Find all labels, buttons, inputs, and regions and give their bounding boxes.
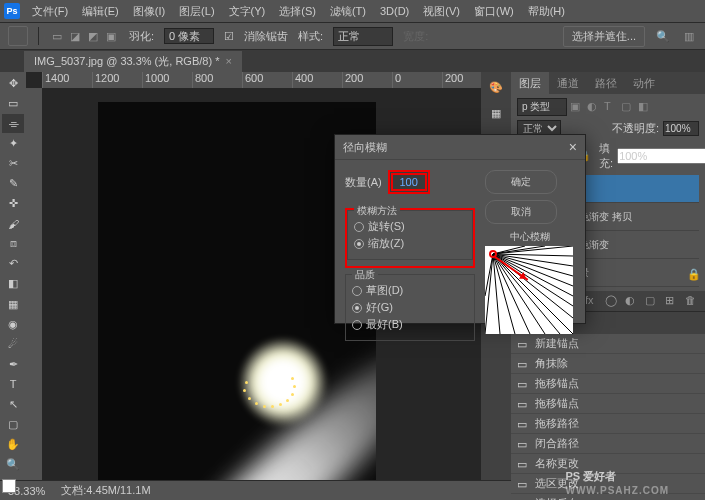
history-item[interactable]: ▭角抹除 <box>511 354 705 374</box>
wand-tool[interactable]: ✦ <box>2 134 24 153</box>
history-label: 选择反向 <box>535 496 579 500</box>
document-tab[interactable]: IMG_5037.jpg @ 33.3% (光, RGB/8) * × <box>24 51 242 72</box>
brush-tool[interactable]: 🖌 <box>2 214 24 233</box>
mode-new-icon[interactable]: ▭ <box>49 28 65 44</box>
layer-name: 黑色渐变 拷贝 <box>569 210 697 224</box>
filter-smart-icon[interactable]: ◧ <box>638 100 652 114</box>
path-tool[interactable]: ↖ <box>2 395 24 414</box>
width-label: 宽度: <box>403 29 428 44</box>
layer-filter-select[interactable]: p 类型 <box>517 98 567 116</box>
history-label: 闭合路径 <box>535 436 579 451</box>
opacity-input[interactable] <box>663 121 699 136</box>
text-tool[interactable]: T <box>2 375 24 394</box>
mode-int-icon[interactable]: ▣ <box>103 28 119 44</box>
swatches-panel-icon[interactable]: ▦ <box>487 104 505 122</box>
antialias-label: 消除锯齿 <box>244 29 288 44</box>
menu-3d[interactable]: 3D(D) <box>374 3 415 19</box>
fx-icon[interactable]: fx <box>585 294 599 308</box>
history-item[interactable]: ▭拖移锚点 <box>511 374 705 394</box>
eraser-tool[interactable]: ◧ <box>2 274 24 293</box>
tab-actions[interactable]: 动作 <box>625 72 663 94</box>
blur-tool[interactable]: ◉ <box>2 315 24 334</box>
good-radio[interactable]: 好(G) <box>352 300 468 315</box>
feather-label: 羽化: <box>129 29 154 44</box>
tool-preset-icon[interactable] <box>8 26 28 46</box>
close-icon[interactable]: × <box>569 139 577 155</box>
adjust-icon[interactable]: ◐ <box>625 294 639 308</box>
antialias-check[interactable]: ☑ <box>224 30 234 43</box>
stamp-tool[interactable]: ⧈ <box>2 234 24 253</box>
history-brush-tool[interactable]: ↶ <box>2 254 24 273</box>
color-panel-icon[interactable]: 🎨 <box>487 78 505 96</box>
fill-input[interactable] <box>617 148 705 164</box>
feather-input[interactable] <box>164 28 214 44</box>
pen-tool[interactable]: ✒ <box>2 355 24 374</box>
mode-sub-icon[interactable]: ◩ <box>85 28 101 44</box>
marquee-tool[interactable]: ▭ <box>2 94 24 113</box>
filter-adj-icon[interactable]: ◐ <box>587 100 601 114</box>
menu-layer[interactable]: 图层(L) <box>173 2 220 21</box>
trash-icon[interactable]: 🗑 <box>685 294 699 308</box>
tab-paths[interactable]: 路径 <box>587 72 625 94</box>
lasso-tool[interactable]: ⌯ <box>2 114 24 133</box>
history-item[interactable]: ▭拖移锚点 <box>511 394 705 414</box>
menu-type[interactable]: 文字(Y) <box>223 2 272 21</box>
mode-add-icon[interactable]: ◪ <box>67 28 83 44</box>
menu-view[interactable]: 视图(V) <box>417 2 466 21</box>
foreground-swatch[interactable] <box>2 479 16 493</box>
tab-layers[interactable]: 图层 <box>511 72 549 94</box>
menu-window[interactable]: 窗口(W) <box>468 2 520 21</box>
options-bar: ▭ ◪ ◩ ▣ 羽化: ☑ 消除锯齿 样式: 正常 宽度: 选择并遮住... 🔍… <box>0 22 705 50</box>
blur-center-preview[interactable] <box>485 246 573 334</box>
best-radio[interactable]: 最好(B) <box>352 317 468 332</box>
history-step-icon: ▭ <box>517 398 529 410</box>
zoom-radio[interactable]: 缩放(Z) <box>354 236 466 251</box>
filter-shape-icon[interactable]: ▢ <box>621 100 635 114</box>
gradient-tool[interactable]: ▦ <box>2 295 24 314</box>
dialog-title: 径向模糊 <box>343 140 387 155</box>
select-mask-button[interactable]: 选择并遮住... <box>563 26 645 47</box>
document-tab-bar: IMG_5037.jpg @ 33.3% (光, RGB/8) * × <box>0 50 705 72</box>
tab-channels[interactable]: 通道 <box>549 72 587 94</box>
history-item[interactable]: ▭选择反向 <box>511 494 705 500</box>
opt-search-icon[interactable]: 🔍 <box>655 28 671 44</box>
menu-help[interactable]: 帮助(H) <box>522 2 571 21</box>
opt-workspace-icon[interactable]: ▥ <box>681 28 697 44</box>
menu-file[interactable]: 文件(F) <box>26 2 74 21</box>
new-icon[interactable]: ⊞ <box>665 294 679 308</box>
menu-filter[interactable]: 滤镜(T) <box>324 2 372 21</box>
dodge-tool[interactable]: ☄ <box>2 335 24 354</box>
menu-select[interactable]: 选择(S) <box>273 2 322 21</box>
fill-label: 填充: <box>599 141 613 171</box>
shape-tool[interactable]: ▢ <box>2 415 24 434</box>
hand-tool[interactable]: ✋ <box>2 435 24 454</box>
ok-button[interactable]: 确定 <box>485 170 557 194</box>
amount-input[interactable] <box>391 173 427 191</box>
radial-blur-dialog: 径向模糊 × 数量(A) 模糊方法 旋转(S) 缩放(Z) 品质 草图(D) 好… <box>334 134 586 324</box>
method-legend: 模糊方法 <box>354 204 400 218</box>
style-select[interactable]: 正常 <box>333 27 393 46</box>
history-item[interactable]: ▭拖移路径 <box>511 414 705 434</box>
mask-icon[interactable]: ◯ <box>605 294 619 308</box>
eyedropper-tool[interactable]: ✎ <box>2 174 24 193</box>
history-item[interactable]: ▭选区更改 <box>511 474 705 494</box>
filter-img-icon[interactable]: ▣ <box>570 100 584 114</box>
draft-radio[interactable]: 草图(D) <box>352 283 468 298</box>
ruler-horizontal: 1400120010008006004002000200400 <box>42 72 511 88</box>
menu-edit[interactable]: 编辑(E) <box>76 2 125 21</box>
heal-tool[interactable]: ✜ <box>2 194 24 213</box>
cancel-button[interactable]: 取消 <box>485 200 557 224</box>
history-item[interactable]: ▭闭合路径 <box>511 434 705 454</box>
crop-tool[interactable]: ✂ <box>2 154 24 173</box>
spin-radio[interactable]: 旋转(S) <box>354 219 466 234</box>
history-item[interactable]: ▭名称更改 <box>511 454 705 474</box>
zoom-tool[interactable]: 🔍 <box>2 455 24 474</box>
app-logo: Ps <box>4 3 20 19</box>
tab-close-icon[interactable]: × <box>225 55 231 67</box>
menu-image[interactable]: 图像(I) <box>127 2 171 21</box>
filter-text-icon[interactable]: T <box>604 100 618 114</box>
opacity-label: 不透明度: <box>612 121 659 136</box>
layer-name: 黑色渐变 <box>569 238 697 252</box>
group-icon[interactable]: ▢ <box>645 294 659 308</box>
move-tool[interactable]: ✥ <box>2 74 24 93</box>
